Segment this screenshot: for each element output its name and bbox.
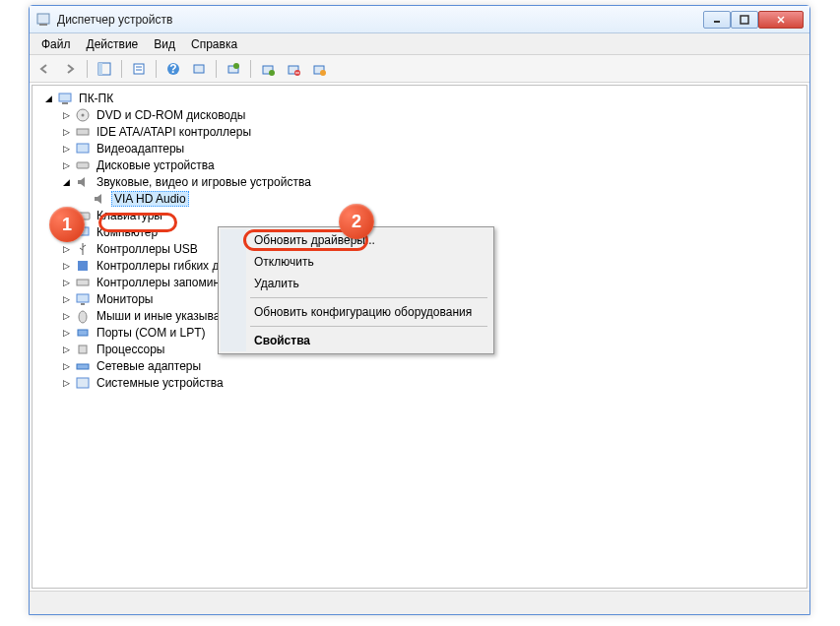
- svg-point-15: [233, 63, 239, 69]
- context-separator: [250, 326, 487, 327]
- mouse-icon: [75, 308, 91, 324]
- svg-rect-33: [77, 280, 89, 285]
- svg-rect-38: [79, 345, 87, 353]
- svg-rect-32: [78, 261, 88, 271]
- system-icon: [75, 375, 91, 391]
- tree-category[interactable]: ▷Дисковые устройства: [34, 156, 805, 173]
- svg-rect-13: [194, 65, 204, 73]
- svg-rect-34: [77, 294, 89, 302]
- svg-rect-24: [62, 102, 68, 104]
- window-title: Диспетчер устройств: [57, 13, 703, 27]
- menu-action[interactable]: Действие: [79, 35, 147, 53]
- annotation-callout-1: 1: [49, 207, 85, 242]
- svg-point-22: [320, 70, 326, 76]
- svg-point-17: [269, 70, 275, 76]
- uninstall-icon[interactable]: [257, 58, 279, 80]
- collapse-icon[interactable]: ◢: [62, 177, 71, 186]
- nav-back-button[interactable]: [33, 58, 55, 80]
- show-hide-tree-button[interactable]: [94, 58, 115, 80]
- svg-rect-40: [77, 378, 89, 388]
- svg-rect-28: [77, 144, 89, 153]
- toolbar: ?: [30, 55, 809, 83]
- menu-view[interactable]: Вид: [146, 35, 183, 53]
- tree-device-selected[interactable]: VIA HD Audio: [34, 190, 805, 207]
- statusbar: [30, 591, 809, 614]
- nav-forward-button[interactable]: [59, 58, 81, 80]
- context-menu: Обновить драйверы... Отключить Удалить О…: [218, 226, 494, 354]
- ctx-properties[interactable]: Свойства: [221, 330, 491, 351]
- annotation-callout-2: 2: [339, 204, 374, 239]
- disable-icon[interactable]: [283, 58, 304, 80]
- sound-icon: [75, 174, 91, 190]
- properties-icon[interactable]: [128, 58, 150, 80]
- display-adapter-icon: [75, 141, 91, 156]
- update-driver-icon[interactable]: [223, 58, 244, 80]
- svg-rect-3: [741, 16, 748, 24]
- ctx-delete[interactable]: Удалить: [221, 273, 491, 294]
- disk-icon: [75, 157, 91, 173]
- minimize-button[interactable]: [703, 11, 731, 29]
- tree-category-sound[interactable]: ◢Звуковые, видео и игровые устройства: [34, 173, 805, 190]
- computer-icon: [57, 91, 73, 106]
- network-icon: [75, 358, 91, 374]
- svg-text:?: ?: [169, 62, 176, 76]
- svg-rect-39: [77, 364, 89, 369]
- collapse-icon[interactable]: ◢: [44, 94, 53, 102]
- titlebar: Диспетчер устройств: [30, 6, 809, 33]
- monitor-icon: [75, 291, 91, 307]
- selected-device-label: VIA HD Audio: [111, 191, 189, 207]
- svg-point-26: [82, 113, 85, 116]
- svg-rect-27: [77, 129, 89, 135]
- menubar: Файл Действие Вид Справка: [30, 33, 809, 55]
- svg-rect-8: [134, 64, 144, 74]
- svg-rect-29: [77, 162, 89, 168]
- ctx-refresh-config[interactable]: Обновить конфигурацию оборудования: [221, 301, 491, 323]
- ide-icon: [75, 124, 91, 140]
- context-separator: [250, 297, 487, 298]
- optical-drive-icon: [75, 107, 91, 123]
- scan-changes-icon[interactable]: [188, 58, 210, 80]
- menu-file[interactable]: Файл: [33, 35, 79, 53]
- help-icon[interactable]: ?: [162, 58, 184, 80]
- close-button[interactable]: [758, 11, 804, 29]
- cpu-icon: [75, 342, 91, 357]
- sound-icon: [92, 191, 107, 207]
- window-controls: [703, 11, 804, 29]
- floppy-icon: [75, 258, 91, 274]
- svg-point-36: [79, 311, 87, 323]
- ctx-disable[interactable]: Отключить: [221, 251, 491, 273]
- tree-root[interactable]: ◢ ПК-ПК: [34, 90, 805, 106]
- svg-rect-7: [98, 63, 102, 75]
- svg-rect-35: [81, 303, 85, 305]
- tree-category[interactable]: ▷Системные устройства: [34, 374, 805, 391]
- expand-icon[interactable]: ▷: [62, 110, 71, 119]
- svg-rect-1: [39, 24, 47, 26]
- usb-icon: [75, 241, 91, 257]
- svg-rect-23: [59, 94, 71, 101]
- enable-icon[interactable]: [308, 58, 330, 80]
- tree-category[interactable]: ▷DVD и CD-ROM дисководы: [34, 106, 805, 123]
- tree-category[interactable]: ▷Сетевые адаптеры: [34, 357, 805, 374]
- svg-rect-0: [37, 14, 49, 24]
- tree-category[interactable]: ▷Видеоадаптеры: [34, 140, 805, 156]
- tree-category[interactable]: ▷Клавиатуры: [34, 207, 805, 223]
- port-icon: [75, 325, 91, 341]
- maximize-button[interactable]: [731, 11, 758, 29]
- menu-help[interactable]: Справка: [183, 35, 245, 53]
- tree-category[interactable]: ▷IDE ATA/ATAPI контроллеры: [34, 123, 805, 140]
- root-label: ПК-ПК: [77, 92, 115, 105]
- app-icon: [35, 12, 51, 28]
- storage-icon: [75, 275, 91, 290]
- svg-rect-37: [78, 330, 88, 336]
